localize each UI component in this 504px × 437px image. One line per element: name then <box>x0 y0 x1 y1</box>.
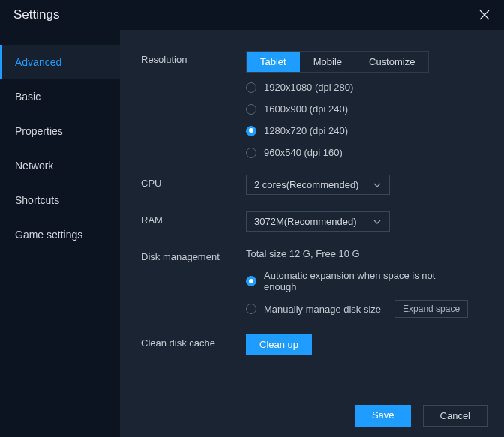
radio-icon <box>246 304 256 314</box>
option-label: Automatic expansion when space is not en… <box>264 270 459 292</box>
chevron-down-icon <box>373 217 382 226</box>
cancel-button[interactable]: Cancel <box>423 405 488 427</box>
disk-status: Total size 12 G, Free 10 G <box>246 248 488 259</box>
expand-space-button[interactable]: Expand space <box>394 300 468 318</box>
tab-customize[interactable]: Customize <box>356 52 428 72</box>
ram-label: RAM <box>141 211 246 232</box>
cpu-value: 2 cores(Recommended) <box>254 179 358 190</box>
disk-option-auto[interactable]: Automatic expansion when space is not en… <box>246 270 488 292</box>
clean-cache-label: Clean disk cache <box>141 334 246 355</box>
sidebar-item-basic[interactable]: Basic <box>0 79 120 114</box>
sidebar-item-advanced[interactable]: Advanced <box>0 45 120 79</box>
tab-tablet[interactable]: Tablet <box>247 52 300 72</box>
page-title: Settings <box>14 7 59 22</box>
resolution-option[interactable]: 1920x1080 (dpi 280) <box>246 82 488 93</box>
option-label: 1600x900 (dpi 240) <box>264 103 348 115</box>
disk-option-manual[interactable]: Manually manage disk size Expand space <box>246 300 488 318</box>
sidebar-item-properties[interactable]: Properties <box>0 114 120 148</box>
cpu-select[interactable]: 2 cores(Recommended) <box>246 175 390 195</box>
save-button[interactable]: Save <box>356 405 411 427</box>
radio-icon <box>246 276 256 286</box>
tab-mobile[interactable]: Mobile <box>300 52 356 72</box>
chevron-down-icon <box>373 181 382 190</box>
option-label: 960x540 (dpi 160) <box>264 147 343 158</box>
resolution-option[interactable]: 1600x900 (dpi 240) <box>246 103 488 115</box>
sidebar-item-shortcuts[interactable]: Shortcuts <box>0 183 120 217</box>
resolution-option[interactable]: 1280x720 (dpi 240) <box>246 125 488 136</box>
sidebar: Advanced Basic Properties Network Shortc… <box>0 30 120 437</box>
option-label: Manually manage disk size <box>264 304 381 315</box>
main-panel: Resolution Tablet Mobile Customize 1920x… <box>120 30 504 437</box>
radio-icon <box>246 104 256 115</box>
radio-icon <box>246 126 256 136</box>
option-label: 1920x1080 (dpi 280) <box>264 82 353 93</box>
disk-label: Disk management <box>141 248 246 318</box>
resolution-option[interactable]: 960x540 (dpi 160) <box>246 147 488 158</box>
resolution-label: Resolution <box>141 51 246 158</box>
radio-icon <box>246 82 256 93</box>
radio-icon <box>246 148 256 158</box>
ram-select[interactable]: 3072M(Recommended) <box>246 211 390 232</box>
titlebar: Settings <box>0 0 504 30</box>
footer-buttons: Save Cancel <box>356 405 488 427</box>
ram-value: 3072M(Recommended) <box>254 216 357 227</box>
resolution-options: 1920x1080 (dpi 280) 1600x900 (dpi 240) 1… <box>246 82 488 158</box>
sidebar-item-game-settings[interactable]: Game settings <box>0 217 120 252</box>
clean-up-button[interactable]: Clean up <box>246 334 312 355</box>
resolution-tabs: Tablet Mobile Customize <box>246 51 429 73</box>
cpu-label: CPU <box>141 175 246 195</box>
option-label: 1280x720 (dpi 240) <box>264 125 348 136</box>
close-icon[interactable] <box>477 7 492 22</box>
sidebar-item-network[interactable]: Network <box>0 148 120 183</box>
